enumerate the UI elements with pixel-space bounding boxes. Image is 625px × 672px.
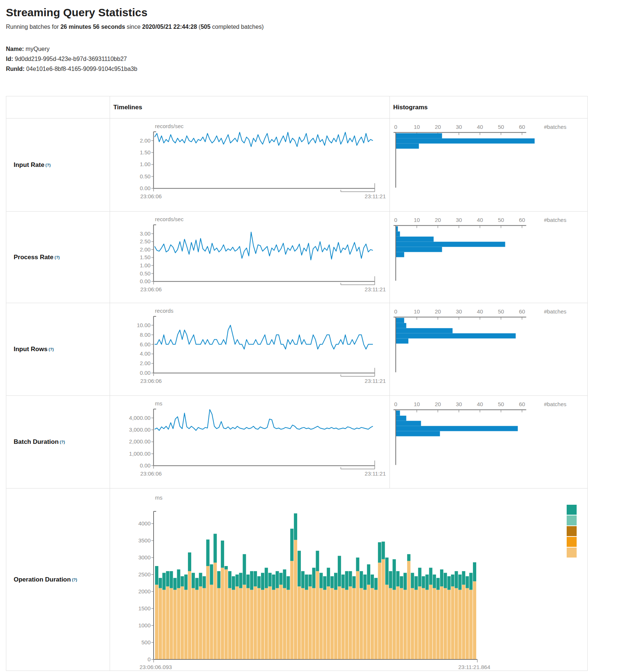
page-title: Streaming Query Statistics [6, 6, 625, 19]
svg-text:23:11:21: 23:11:21 [365, 193, 386, 199]
input-rate-help-icon[interactable]: (?) [45, 163, 51, 167]
running-batch-count: 505 [200, 24, 210, 30]
svg-text:6.00: 6.00 [140, 341, 151, 347]
svg-text:23:06:06: 23:06:06 [140, 378, 162, 384]
svg-text:10: 10 [414, 308, 420, 315]
svg-text:2.00: 2.00 [140, 137, 151, 144]
svg-text:4000: 4000 [138, 520, 151, 527]
svg-text:1500: 1500 [138, 605, 151, 611]
running-start-time: 2020/05/21 22:44:28 [142, 24, 197, 30]
batch-duration-histogram-cell: 0102030405060#batches [390, 396, 587, 488]
svg-text:0.00: 0.00 [140, 370, 151, 376]
svg-text:23:11:21: 23:11:21 [365, 470, 386, 477]
input-rows-label: Input Rows [14, 346, 48, 353]
query-id-line: Id: 9d0dd219-995d-423e-b97d-36931110bb27 [6, 54, 625, 64]
svg-text:500: 500 [141, 639, 151, 645]
header-timelines: Timelines [110, 96, 390, 119]
running-summary: Running batches for 26 minutes 56 second… [6, 23, 625, 31]
svg-text:23:06:06: 23:06:06 [140, 193, 162, 199]
running-prefix: Running batches for [6, 24, 61, 30]
svg-text:23:11:21: 23:11:21 [365, 286, 386, 292]
svg-text:50: 50 [498, 401, 504, 407]
svg-text:20: 20 [435, 217, 441, 223]
svg-text:2500: 2500 [138, 571, 151, 577]
svg-text:20: 20 [435, 308, 441, 315]
svg-text:23:06:06.093: 23:06:06.093 [140, 664, 172, 670]
svg-text:20: 20 [435, 124, 441, 130]
process-rate-label: Process Rate [14, 254, 54, 261]
running-middle: since [125, 24, 142, 30]
query-name-value: myQuery [25, 46, 49, 52]
row-label-input-rate: Input Rate (?) [6, 119, 110, 212]
svg-text:40: 40 [477, 401, 483, 407]
input-rate-timeline-cell: records/sec2.001.501.000.500.0023:06:062… [110, 119, 390, 212]
query-name-label: Name: [6, 46, 24, 52]
svg-text:50: 50 [498, 308, 504, 315]
running-suffix: completed batches) [210, 24, 264, 30]
batch-duration-help-icon[interactable]: (?) [60, 440, 65, 444]
svg-text:#batches: #batches [544, 308, 566, 315]
svg-text:10: 10 [414, 401, 420, 407]
query-id-label: Id: [6, 56, 13, 62]
operation-duration-help-icon[interactable]: (?) [72, 577, 77, 582]
svg-text:0.50: 0.50 [140, 270, 151, 277]
input-rows-histogram-chart: 0102030405060#batches [390, 303, 587, 395]
svg-text:records: records [155, 308, 174, 314]
svg-text:0: 0 [394, 124, 397, 130]
svg-text:4.00: 4.00 [140, 350, 151, 357]
row-label-process-rate: Process Rate (?) [6, 212, 110, 303]
svg-text:2,000.00: 2,000.00 [129, 439, 151, 445]
query-runid-line: RunId: 04e101e6-8bf8-4165-9099-9104c951b… [6, 64, 625, 74]
input-rate-timeline-chart: records/sec2.001.501.000.500.0023:06:062… [110, 119, 389, 211]
operation-duration-chart-cell: ms4000350030002500200015001000500023:06:… [110, 488, 587, 671]
svg-text:23:11:21.864: 23:11:21.864 [459, 664, 490, 670]
batch-duration-timeline-cell: ms4,000.003,000.002,000.001,000.000.0023… [110, 396, 390, 488]
svg-text:1.00: 1.00 [140, 262, 151, 268]
input-rate-histogram-chart: 0102030405060#batches [390, 119, 587, 211]
header-histograms: Histograms [390, 96, 587, 119]
svg-text:records/sec: records/sec [155, 123, 184, 129]
input-rows-timeline-chart: records10.008.006.004.002.000.0023:06:06… [110, 303, 389, 395]
query-name-line: Name: myQuery [6, 44, 625, 54]
svg-text:3.00: 3.00 [140, 230, 151, 237]
process-rate-help-icon[interactable]: (?) [55, 255, 60, 260]
svg-text:1,000.00: 1,000.00 [129, 450, 151, 457]
header-empty-cell [6, 96, 110, 119]
input-rows-help-icon[interactable]: (?) [49, 347, 54, 352]
svg-text:0.00: 0.00 [140, 185, 151, 191]
svg-text:40: 40 [477, 308, 483, 315]
svg-text:50: 50 [498, 124, 504, 130]
svg-text:1.00: 1.00 [140, 161, 151, 168]
query-meta: Name: myQuery Id: 9d0dd219-995d-423e-b97… [6, 44, 625, 74]
batch-duration-label: Batch Duration [14, 438, 59, 446]
svg-text:0: 0 [148, 656, 151, 662]
batch-duration-histogram-chart: 0102030405060#batches [390, 396, 587, 488]
input-rate-label: Input Rate [14, 161, 44, 169]
process-rate-timeline-chart: records/sec3.002.502.001.501.000.500.002… [110, 212, 389, 303]
svg-text:50: 50 [498, 217, 504, 223]
svg-text:1000: 1000 [138, 622, 151, 628]
query-runid-label: RunId: [6, 66, 25, 72]
svg-text:#batches: #batches [544, 124, 566, 130]
query-id-value: 9d0dd219-995d-423e-b97d-36931110bb27 [15, 56, 127, 62]
running-open-paren: ( [197, 24, 201, 30]
svg-text:30: 30 [456, 124, 462, 130]
svg-text:2.50: 2.50 [140, 238, 151, 244]
svg-text:60: 60 [519, 401, 525, 407]
svg-text:40: 40 [477, 124, 483, 130]
svg-text:records/sec: records/sec [155, 216, 184, 222]
row-label-operation-duration: Operation Duration (?) [6, 488, 110, 671]
svg-text:60: 60 [519, 124, 525, 130]
svg-text:0: 0 [394, 308, 397, 315]
svg-text:30: 30 [456, 308, 462, 315]
operation-duration-label: Operation Duration [14, 576, 71, 583]
svg-text:ms: ms [155, 400, 162, 407]
operation-duration-stacked-chart: ms4000350030002500200015001000500023:06:… [110, 488, 587, 671]
svg-text:4,000.00: 4,000.00 [129, 415, 151, 421]
svg-text:40: 40 [477, 217, 483, 223]
input-rate-histogram-cell: 0102030405060#batches [390, 119, 587, 212]
row-label-input-rows: Input Rows (?) [6, 303, 110, 396]
svg-text:23:11:21: 23:11:21 [365, 378, 386, 384]
svg-text:0: 0 [394, 401, 397, 407]
process-rate-histogram-cell: 0102030405060#batches [390, 212, 587, 303]
